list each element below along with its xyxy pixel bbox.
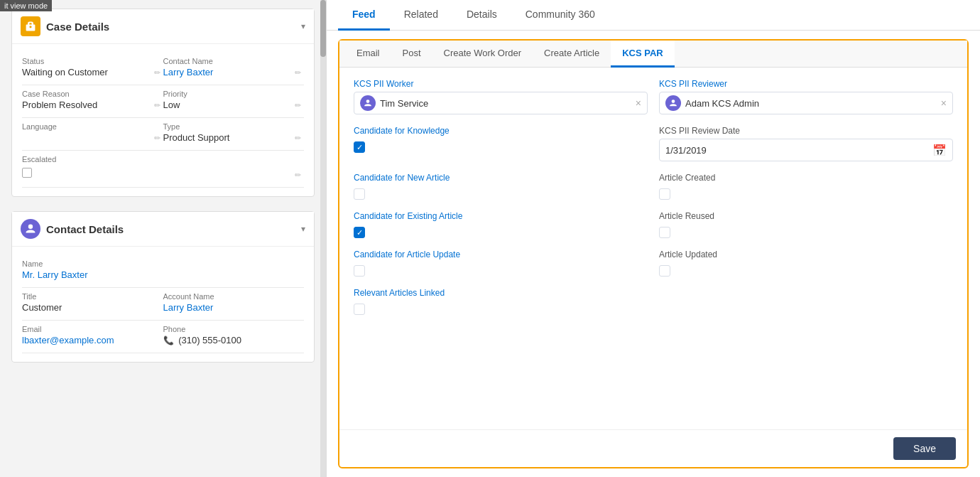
kcs-container: Email Post Create Work Order Create Arti… [338, 39, 969, 468]
contact-name-full-label: Name [22, 259, 298, 268]
status-label: Status [22, 57, 158, 65]
contact-details-collapse[interactable]: ▾ [301, 224, 305, 234]
contact-name-field: Contact Name Larry Baxter ✏ [163, 53, 305, 85]
tab-related[interactable]: Related [390, 0, 452, 31]
case-details-header: Case Details ▾ [12, 9, 314, 44]
article-updated-checkbox[interactable] [659, 265, 670, 277]
form-row-3: Candidate for New Article Article Create… [354, 173, 953, 200]
kcs-review-date-value: 1/31/2019 [665, 145, 932, 156]
status-edit-icon[interactable]: ✏ [154, 68, 160, 77]
candidate-existing-article-checkbox-row [354, 227, 648, 238]
contact-name-full-field: Name Mr. Larry Baxter [22, 255, 304, 288]
content-area: Email Post Create Work Order Create Arti… [327, 31, 980, 477]
article-reused-checkbox[interactable] [659, 227, 670, 238]
article-updated-field: Article Updated [659, 250, 953, 277]
article-updated-label: Article Updated [659, 250, 953, 259]
tab-details[interactable]: Details [452, 0, 511, 31]
candidate-new-article-field: Candidate for New Article [354, 173, 648, 200]
priority-label: Priority [163, 90, 299, 98]
form-row-4: Candidate for Existing Article Article R… [354, 211, 953, 238]
kcs-review-date-field: KCS PII Review Date 1/31/2019 📅 [659, 126, 953, 161]
kcs-review-date-input[interactable]: 1/31/2019 📅 [659, 139, 953, 161]
case-reason-edit-icon[interactable]: ✏ [154, 101, 160, 110]
relevant-articles-checkbox[interactable] [354, 304, 365, 315]
scroll-thumb [320, 0, 326, 57]
relevant-articles-label: Relevant Articles Linked [354, 288, 648, 298]
save-bar: Save [339, 429, 967, 467]
kcs-worker-user-icon [360, 95, 376, 111]
contact-name-value[interactable]: Larry Baxter [163, 67, 299, 77]
contact-details-card: Contact Details ▾ Name Mr. Larry Baxter … [11, 211, 315, 363]
inner-tab-post[interactable]: Post [391, 41, 432, 68]
kcs-pii-worker-input[interactable]: Tim Service × [354, 92, 648, 114]
kcs-review-date-label: KCS PII Review Date [659, 126, 953, 136]
candidate-new-article-checkbox[interactable] [354, 188, 365, 200]
article-created-label: Article Created [659, 173, 953, 183]
candidate-new-article-checkbox-row [354, 188, 648, 200]
case-reason-label: Case Reason [22, 90, 158, 98]
save-button[interactable]: Save [893, 437, 956, 460]
escalated-label: Escalated [22, 155, 298, 164]
phone-value: 📞 (310) 555-0100 [163, 335, 299, 345]
case-details-collapse[interactable]: ▾ [301, 21, 305, 31]
view-mode-badge: it view mode [0, 0, 52, 11]
priority-field: Priority Low ✏ [163, 85, 305, 118]
escalated-field: Escalated ✏ [22, 151, 304, 188]
account-name-value[interactable]: Larry Baxter [163, 302, 299, 313]
tab-community360[interactable]: Community 360 [511, 0, 609, 31]
contact-details-title: Contact Details [46, 223, 301, 235]
priority-edit-icon[interactable]: ✏ [295, 101, 301, 110]
case-details-body: Status Waiting on Customer ✏ Contact Nam… [12, 44, 314, 196]
case-details-title: Case Details [46, 21, 301, 33]
phone-number: (310) 555-0100 [178, 335, 241, 345]
candidate-article-update-field: Candidate for Article Update [354, 250, 648, 277]
type-value: Product Support [163, 132, 299, 143]
inner-tab-create-work-order[interactable]: Create Work Order [432, 41, 533, 68]
case-details-card: Case Details ▾ Status Waiting on Custome… [11, 9, 315, 197]
form-row-6: Relevant Articles Linked [354, 288, 953, 315]
contact-name-edit-icon[interactable]: ✏ [295, 68, 301, 77]
kcs-pii-reviewer-clear[interactable]: × [941, 97, 947, 109]
article-created-checkbox[interactable] [659, 188, 670, 200]
language-field: Language ✏ [22, 118, 163, 151]
contact-icon [21, 219, 40, 239]
case-icon [21, 16, 40, 36]
candidate-article-update-checkbox[interactable] [354, 265, 365, 277]
article-reused-field: Article Reused [659, 211, 953, 238]
kcs-pii-worker-clear[interactable]: × [636, 97, 641, 109]
escalated-edit-icon[interactable]: ✏ [295, 171, 301, 180]
case-reason-value: Problem Resolved [22, 100, 158, 110]
scroll-bar[interactable] [320, 0, 326, 477]
case-icon-svg [25, 21, 36, 32]
account-name-field: Account Name Larry Baxter [163, 288, 305, 321]
form-row-1: KCS PII Worker Tim Service × [354, 79, 953, 114]
language-edit-icon[interactable]: ✏ [154, 134, 160, 143]
kcs-pii-reviewer-field: KCS PII Reviewer Adam KCS Admin × [659, 79, 953, 114]
case-fields-grid: Status Waiting on Customer ✏ Contact Nam… [22, 53, 304, 188]
kcs-pii-reviewer-input[interactable]: Adam KCS Admin × [659, 92, 953, 114]
inner-tab-kcs-par[interactable]: KCS PAR [611, 41, 675, 68]
contact-details-body: Name Mr. Larry Baxter Title Customer Acc… [12, 247, 314, 362]
account-name-label: Account Name [163, 292, 299, 301]
type-edit-icon[interactable]: ✏ [295, 134, 301, 143]
article-reused-checkbox-row [659, 227, 953, 238]
contact-name-full-value[interactable]: Mr. Larry Baxter [22, 269, 298, 280]
candidate-knowledge-label: Candidate for Knowledge [354, 126, 648, 136]
contact-icon-svg [25, 223, 36, 235]
candidate-article-update-label: Candidate for Article Update [354, 250, 648, 259]
contact-title-value: Customer [22, 302, 158, 313]
top-tabs: Feed Related Details Community 360 [327, 0, 980, 31]
tab-feed[interactable]: Feed [338, 0, 390, 31]
inner-tab-email[interactable]: Email [345, 41, 391, 68]
candidate-existing-article-checkbox[interactable] [354, 227, 365, 238]
empty-field-right [659, 288, 953, 315]
email-value[interactable]: lbaxter@example.com [22, 335, 158, 345]
candidate-existing-article-field: Candidate for Existing Article [354, 211, 648, 238]
calendar-icon[interactable]: 📅 [932, 144, 947, 157]
article-created-field: Article Created [659, 173, 953, 200]
escalated-checkbox[interactable] [22, 168, 32, 178]
email-field: Email lbaxter@example.com [22, 321, 163, 353]
candidate-knowledge-checkbox[interactable] [354, 141, 365, 153]
inner-tab-create-article[interactable]: Create Article [533, 41, 611, 68]
type-label: Type [163, 122, 299, 131]
